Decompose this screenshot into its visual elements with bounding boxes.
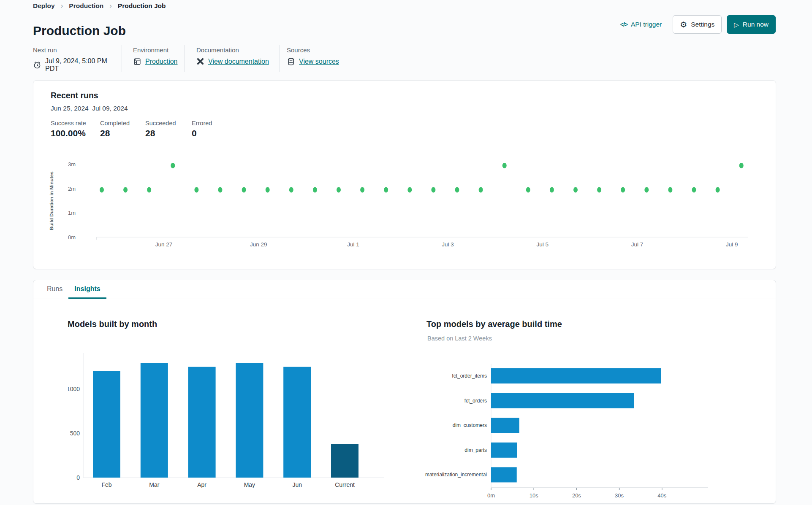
api-trigger-label: API trigger [631, 21, 662, 28]
environment-icon [133, 57, 141, 66]
environment-label: Environment [133, 45, 185, 54]
svg-text:500: 500 [70, 430, 80, 437]
breadcrumb: Deploy › Production › Production Job [33, 2, 166, 10]
svg-text:fct_order_items: fct_order_items [452, 373, 487, 379]
top-models-chart: 0m10s20s30s40sfct_order_itemsfct_ordersd… [423, 357, 718, 504]
recent-runs-card: Recent runs Jun 25, 2024–Jul 09, 2024 Su… [33, 80, 776, 269]
tab-insights[interactable]: Insights [68, 280, 106, 299]
production-job-page: Deploy › Production › Production Job Pro… [0, 0, 812, 505]
clock-icon [33, 61, 41, 69]
svg-text:Current: Current [335, 481, 355, 488]
svg-text:20s: 20s [572, 492, 581, 499]
info-col-sources: Sources View sources [280, 45, 381, 72]
api-trigger-link[interactable]: </> API trigger [620, 21, 662, 28]
environment-link[interactable]: Production [145, 58, 178, 65]
svg-text:1m: 1m [68, 210, 76, 216]
database-icon [287, 57, 295, 66]
stat-label: Errored [192, 120, 212, 127]
info-col-documentation: Documentation View documentation [185, 45, 280, 72]
tab-bar: Runs Insights [33, 280, 776, 299]
svg-text:3m: 3m [68, 161, 76, 167]
settings-label: Settings [691, 21, 714, 28]
stat-label: Completed [100, 120, 130, 127]
svg-text:Jul 9: Jul 9 [726, 241, 738, 248]
models-built-by-month-title: Models built by month [68, 319, 157, 329]
svg-text:2m: 2m [68, 186, 76, 192]
svg-text:Jul 1: Jul 1 [347, 241, 359, 248]
gear-icon: ⚙ [680, 21, 687, 29]
models-built-by-month-chart: 05001000FebMarAprMayJunCurrent [68, 351, 390, 494]
svg-text:0m: 0m [487, 492, 495, 499]
settings-button[interactable]: ⚙ Settings [673, 15, 722, 34]
stat-success-rate: Success rate 100.00% [51, 120, 86, 138]
breadcrumb-item-deploy[interactable]: Deploy [33, 2, 55, 10]
svg-text:Mar: Mar [149, 481, 159, 488]
view-sources-link[interactable]: View sources [299, 58, 339, 65]
run-now-label: Run now [743, 21, 769, 28]
svg-text:Build Duration in Minutes: Build Duration in Minutes [49, 171, 54, 230]
tab-runs[interactable]: Runs [41, 280, 68, 299]
header-actions: </> API trigger ⚙ Settings ▷ Run now [620, 15, 776, 34]
recent-runs-date-range: Jun 25, 2024–Jul 09, 2024 [51, 105, 128, 112]
svg-text:dim_customers: dim_customers [453, 422, 487, 428]
breadcrumb-item-production[interactable]: Production [69, 2, 103, 10]
chevron-right-icon: › [109, 2, 112, 10]
recent-runs-title: Recent runs [51, 91, 98, 100]
svg-text:materialization_incremental: materialization_incremental [425, 472, 487, 478]
breadcrumb-item-production-job: Production Job [118, 2, 166, 10]
dbt-docs-icon [196, 57, 204, 65]
stat-errored: Errored 0 [192, 120, 212, 138]
svg-text:dim_parts: dim_parts [464, 447, 487, 453]
stat-succeeded: Succeeded 28 [145, 120, 176, 138]
run-now-button[interactable]: ▷ Run now [727, 15, 776, 34]
svg-text:0: 0 [76, 474, 80, 481]
info-col-next-run: Next run Jul 9, 2024, 5:00 PM PDT [33, 45, 122, 72]
svg-text:Jul 7: Jul 7 [631, 241, 644, 248]
svg-text:10s: 10s [530, 492, 538, 499]
play-icon: ▷ [734, 22, 739, 28]
svg-text:Feb: Feb [101, 481, 111, 488]
page-title: Production Job [33, 24, 126, 38]
view-documentation-link[interactable]: View documentation [208, 58, 269, 65]
svg-text:fct_orders: fct_orders [464, 398, 487, 404]
stat-value: 100.00% [51, 128, 86, 138]
build-duration-chart: 0m1m2m3mJun 27Jun 29Jul 1Jul 3Jul 5Jul 7… [33, 154, 776, 260]
svg-text:Jun 27: Jun 27 [155, 241, 173, 248]
stat-value: 0 [192, 128, 212, 138]
documentation-label: Documentation [196, 45, 280, 54]
svg-text:Apr: Apr [197, 481, 206, 488]
sources-label: Sources [287, 45, 381, 54]
svg-text:Jun: Jun [292, 481, 302, 488]
svg-text:1000: 1000 [68, 386, 80, 392]
stat-completed: Completed 28 [100, 120, 130, 138]
stat-value: 28 [145, 128, 176, 138]
svg-text:Jul 3: Jul 3 [442, 241, 454, 248]
info-col-environment: Environment Production [122, 45, 185, 72]
stat-label: Succeeded [145, 120, 176, 127]
insights-card: Runs Insights Models built by month Top … [33, 280, 776, 504]
next-run-label: Next run [33, 45, 122, 54]
chevron-right-icon: › [61, 2, 63, 10]
top-models-subtitle: Based on Last 2 Weeks [427, 335, 492, 342]
next-run-value: Jul 9, 2024, 5:00 PM PDT [45, 57, 122, 73]
code-icon: </> [620, 21, 627, 28]
stat-label: Success rate [51, 120, 86, 127]
svg-text:Jun 29: Jun 29 [250, 241, 267, 248]
svg-text:30s: 30s [615, 492, 624, 499]
top-models-title: Top models by average build time [426, 319, 562, 329]
svg-text:Jul 5: Jul 5 [537, 241, 549, 248]
svg-text:40s: 40s [657, 492, 666, 499]
stat-value: 28 [100, 128, 130, 138]
svg-text:0m: 0m [68, 234, 76, 240]
svg-text:May: May [244, 481, 255, 488]
